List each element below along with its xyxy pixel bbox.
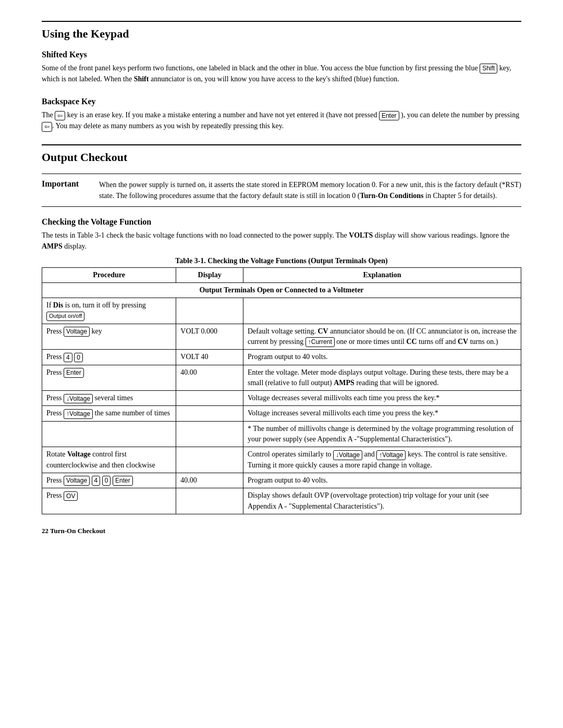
enter-key-3: Enter <box>113 476 133 486</box>
ov-key: OV <box>64 491 78 501</box>
display-cell-6 <box>176 406 243 421</box>
voltage-key-2: Voltage <box>64 476 90 486</box>
enter-key-2: Enter <box>64 368 84 378</box>
backspace-text3: ), you can delete the number by pressing <box>399 111 520 119</box>
explanation-cell-10: Display shows default OVP (overvoltage p… <box>243 488 521 514</box>
procedure-cell-3: Press 4 0 <box>42 350 176 365</box>
output-checkout-section: Output Checkout Important When the power… <box>42 144 521 514</box>
procedure-cell-4: Press Enter <box>42 365 176 391</box>
table-row: If Dis is on, turn it off by pressing Ou… <box>42 298 521 324</box>
explanation-cell-2: Default voltage setting. CV annunciator … <box>243 324 521 350</box>
backspace-key-btn: ⇦ <box>55 111 65 121</box>
voltage-down-key-2: ↓Voltage <box>333 450 362 460</box>
important-block: Important When the power supply is turne… <box>42 174 521 207</box>
backspace-key-subsection: Backspace Key The ⇦ key is an erase key.… <box>42 97 521 131</box>
current-up-key: ↑Current <box>305 337 335 347</box>
display-cell-2: VOLT 0.000 <box>176 324 243 350</box>
procedure-cell-5: Press ↓Voltage several times <box>42 391 176 406</box>
table-row: Press Enter 40.00 Enter the voltage. Met… <box>42 365 521 391</box>
voltage-functions-table: Table 3-1. Checking the Voltage Function… <box>42 257 521 514</box>
voltage-up-key-2: ↑Voltage <box>376 450 406 460</box>
key-0b: 0 <box>102 476 111 486</box>
explanation-cell-4: Enter the voltage. Meter mode displays o… <box>243 365 521 391</box>
explanation-cell-8: Control operates similarly to ↓Voltage a… <box>243 447 521 473</box>
col-header-procedure: Procedure <box>42 267 176 282</box>
shift-key-btn: Shift <box>480 64 497 73</box>
key-4: 4 <box>64 353 72 363</box>
explanation-cell-5: Voltage decreases several millivolts eac… <box>243 391 521 406</box>
explanation-cell-9: Program output to 40 volts. <box>243 473 521 488</box>
key-4b: 4 <box>92 476 101 486</box>
footer-label: 22 Turn-On Checkout <box>42 527 521 535</box>
procedure-cell-7 <box>42 421 176 447</box>
table-row: Press ↑Voltage the same number of times … <box>42 406 521 421</box>
display-cell-3: VOLT 40 <box>176 350 243 365</box>
shifted-keys-text1: Some of the front panel keys perform two… <box>42 64 480 72</box>
explanation-cell-7: * The number of millivolts change is det… <box>243 421 521 447</box>
checking-text1: The tests in Table 3-1 check the basic v… <box>42 231 509 250</box>
table-span-row: Output Terminals Open or Connected to a … <box>42 282 521 298</box>
key-0: 0 <box>74 353 83 363</box>
shifted-keys-title: Shifted Keys <box>42 50 521 59</box>
procedure-cell-8: Rotate Voltage control first countercloc… <box>42 447 176 473</box>
explanation-cell-1 <box>243 298 521 324</box>
table-row: Press Voltage key VOLT 0.000 Default vol… <box>42 324 521 350</box>
important-label: Important <box>42 179 99 201</box>
checking-voltage-title: Checking the Voltage Function <box>42 217 521 227</box>
voltage-up-key: ↑Voltage <box>64 409 93 419</box>
output-checkout-title: Output Checkout <box>42 144 521 164</box>
backspace-text1: The <box>42 111 55 119</box>
display-cell-8 <box>176 447 243 473</box>
procedure-cell-10: Press OV <box>42 488 176 514</box>
procedure-cell-6: Press ↑Voltage the same number of times <box>42 406 176 421</box>
shifted-keys-subsection: Shifted Keys Some of the front panel key… <box>42 50 521 84</box>
output-on-off-key: Output on/off <box>46 312 84 320</box>
table-row: * The number of millivolts change is det… <box>42 421 521 447</box>
col-header-display: Display <box>176 267 243 282</box>
table-caption: Table 3-1. Checking the Voltage Function… <box>42 257 521 265</box>
table-row: Press OV Display shows default OVP (over… <box>42 488 521 514</box>
voltage-key-1: Voltage <box>64 327 90 337</box>
voltage-down-key: ↓Voltage <box>64 394 93 404</box>
display-cell-1 <box>176 298 243 324</box>
backspace-text2: key is an erase key. If you make a mista… <box>65 111 379 119</box>
span-row-cell: Output Terminals Open or Connected to a … <box>42 282 521 298</box>
shifted-keys-para: Some of the front panel keys perform two… <box>42 63 521 84</box>
backspace-text4: . You may delete as many numbers as you … <box>52 122 284 130</box>
important-text: When the power supply is turned on, it a… <box>99 179 521 201</box>
important-text1: When the power supply is turned on, it a… <box>99 181 521 200</box>
display-cell-9: 40.00 <box>176 473 243 488</box>
explanation-cell-6: Voltage increases several millivolts eac… <box>243 406 521 421</box>
table-row: Press ↓Voltage several times Voltage dec… <box>42 391 521 406</box>
checking-voltage-subsection: Checking the Voltage Function The tests … <box>42 217 521 514</box>
using-keypad-section: Using the Keypad Shifted Keys Some of th… <box>42 21 521 132</box>
backspace-key-title: Backspace Key <box>42 97 521 106</box>
display-cell-10 <box>176 488 243 514</box>
display-cell-7 <box>176 421 243 447</box>
using-keypad-title: Using the Keypad <box>42 21 521 41</box>
display-cell-5 <box>176 391 243 406</box>
enter-key-btn-1: Enter <box>379 111 399 121</box>
table-row: Press Voltage 4 0 Enter 40.00 Program ou… <box>42 473 521 488</box>
col-header-explanation: Explanation <box>243 267 521 282</box>
backspace-key-para: The ⇦ key is an erase key. If you make a… <box>42 109 521 131</box>
table-header-row: Procedure Display Explanation <box>42 267 521 282</box>
checking-voltage-para: The tests in Table 3-1 check the basic v… <box>42 230 521 252</box>
procedure-cell-1: If Dis is on, turn it off by pressing Ou… <box>42 298 176 324</box>
table-row: Rotate Voltage control first countercloc… <box>42 447 521 473</box>
backspace-key-btn-2: ⇦ <box>42 122 52 132</box>
table-row: Press 4 0 VOLT 40 Program output to 40 v… <box>42 350 521 365</box>
procedure-cell-9: Press Voltage 4 0 Enter <box>42 473 176 488</box>
display-cell-4: 40.00 <box>176 365 243 391</box>
procedure-cell-2: Press Voltage key <box>42 324 176 350</box>
explanation-cell-3: Program output to 40 volts. <box>243 350 521 365</box>
